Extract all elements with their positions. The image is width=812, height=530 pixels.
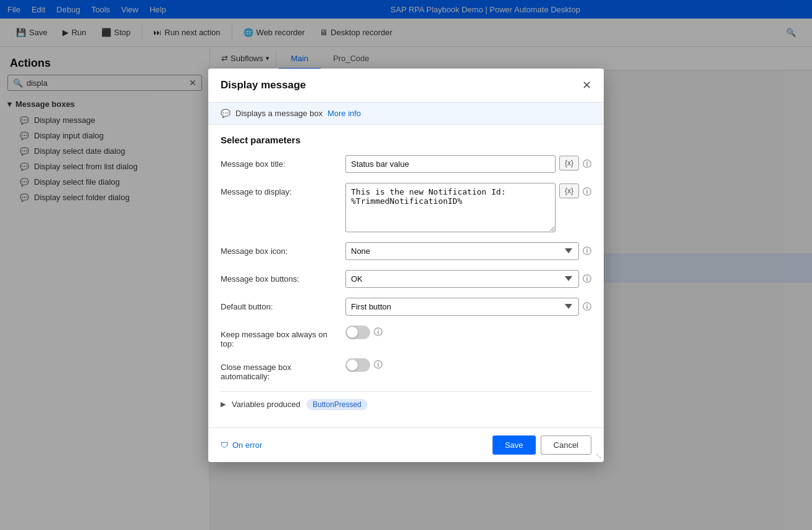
message-to-display-info-icon[interactable]: ⓘ	[583, 187, 591, 198]
save-button[interactable]: Save	[493, 435, 536, 455]
chevron-right-icon: ▶	[221, 400, 226, 408]
param-input-wrap-keep-on-top: ⓘ	[345, 326, 591, 339]
param-label-title: Message box title:	[221, 155, 338, 169]
keep-on-top-info-icon[interactable]: ⓘ	[374, 327, 383, 338]
modal-overlay: Display message ✕ 💬 Displays a message b…	[0, 0, 812, 530]
display-message-modal: Display message ✕ 💬 Displays a message b…	[208, 69, 604, 462]
variables-produced-row[interactable]: ▶ Variables produced ButtonPressed	[221, 391, 591, 418]
modal-body: Select parameters Message box title: {x}…	[208, 125, 604, 427]
modal-footer: 🛡 On error Save Cancel	[208, 427, 604, 462]
on-error-button[interactable]: 🛡 On error	[221, 440, 262, 450]
message-box-icon-select[interactable]: None	[345, 242, 579, 260]
param-label-message: Message to display:	[221, 183, 338, 196]
modal-more-info-link[interactable]: More info	[328, 109, 361, 118]
param-input-wrap-icon: None ⓘ	[345, 242, 591, 260]
info-message-icon: 💬	[221, 109, 230, 118]
param-input-wrap-close-auto: ⓘ	[345, 358, 591, 372]
message-box-buttons-select[interactable]: OK	[345, 270, 579, 288]
message-box-title-var-button[interactable]: {x}	[559, 156, 579, 170]
variables-produced-label: Variables produced	[232, 400, 300, 409]
message-box-title-info-icon[interactable]: ⓘ	[583, 159, 591, 170]
close-auto-info-icon[interactable]: ⓘ	[374, 360, 383, 371]
param-label-icon: Message box icon:	[221, 242, 338, 256]
message-box-title-input[interactable]	[345, 155, 556, 173]
modal-info-bar: 💬 Displays a message box More info	[208, 103, 604, 125]
modal-close-button[interactable]: ✕	[582, 78, 591, 92]
modal-title: Display message	[221, 79, 306, 91]
param-label-close-auto: Close message box automatically:	[221, 358, 338, 381]
message-box-buttons-info-icon[interactable]: ⓘ	[583, 274, 591, 285]
param-row-default-btn: Default button: First button ⓘ	[221, 298, 591, 316]
modal-header: Display message ✕	[208, 69, 604, 103]
variable-badge: ButtonPressed	[307, 399, 368, 410]
param-input-wrap-default-btn: First button ⓘ	[345, 298, 591, 316]
shield-icon: 🛡	[221, 440, 229, 450]
modal-info-text: Displays a message box	[235, 109, 323, 118]
param-input-wrap-buttons: OK ⓘ	[345, 270, 591, 288]
resize-handle[interactable]: ⤡	[595, 451, 603, 461]
message-to-display-input[interactable]: This is the new Notification Id: %Trimme…	[345, 183, 556, 232]
param-row-keep-on-top: Keep message box always on top: ⓘ	[221, 326, 591, 348]
param-row-buttons: Message box buttons: OK ⓘ	[221, 270, 591, 288]
footer-actions: Save Cancel	[493, 435, 591, 455]
param-input-wrap-title: {x} ⓘ	[345, 155, 591, 173]
message-box-icon-info-icon[interactable]: ⓘ	[583, 246, 591, 257]
default-button-info-icon[interactable]: ⓘ	[583, 301, 591, 313]
modal-section-title: Select parameters	[221, 135, 591, 145]
param-row-close-auto: Close message box automatically: ⓘ	[221, 358, 591, 381]
default-button-select[interactable]: First button	[345, 298, 579, 316]
toggle-knob2	[347, 360, 358, 371]
param-label-keep-on-top: Keep message box always on top:	[221, 326, 338, 348]
param-row-message: Message to display: This is the new Noti…	[221, 183, 591, 232]
param-label-buttons: Message box buttons:	[221, 270, 338, 284]
keep-on-top-toggle[interactable]	[345, 326, 370, 339]
message-to-display-var-button[interactable]: {x}	[559, 183, 579, 198]
param-row-title: Message box title: {x} ⓘ	[221, 155, 591, 173]
param-label-default-btn: Default button:	[221, 298, 338, 311]
cancel-button[interactable]: Cancel	[541, 435, 591, 455]
param-row-icon: Message box icon: None ⓘ	[221, 242, 591, 260]
close-auto-toggle[interactable]	[345, 358, 370, 372]
toggle-knob	[347, 327, 358, 338]
param-input-wrap-message: This is the new Notification Id: %Trimme…	[345, 183, 591, 232]
